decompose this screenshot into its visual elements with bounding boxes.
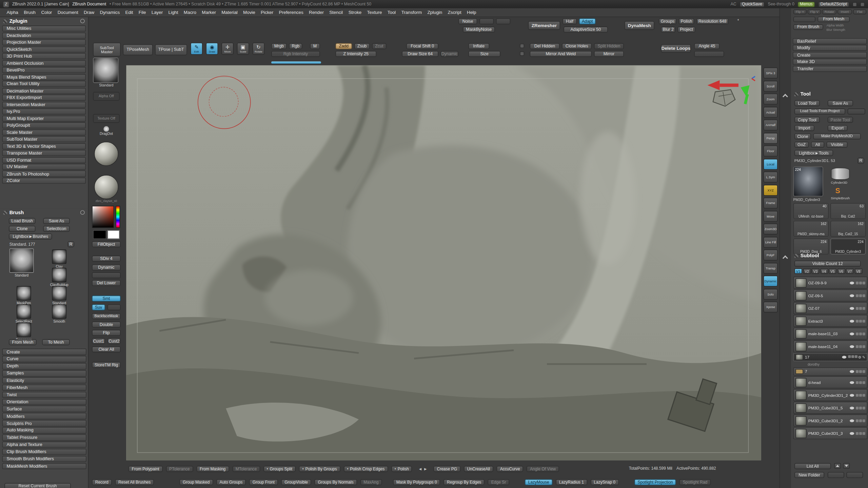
subtool-item[interactable]: 7	[793, 367, 868, 375]
menu-item[interactable]: Movie	[241, 9, 258, 16]
subtool-item[interactable]: male-base11_03	[793, 328, 868, 340]
subtool-mini-icons[interactable]	[856, 419, 865, 422]
subtool-mini-icons[interactable]	[856, 381, 865, 384]
visible-count-slider[interactable]: Visible Count 12	[794, 261, 861, 267]
tool-recent-item[interactable]: 40 UMesh_oz-base	[793, 203, 829, 219]
resolution-slider[interactable]: Resolution 648	[696, 18, 729, 24]
tpose-subt-button[interactable]: TPose | SubT	[155, 44, 187, 56]
brush-thumbnail-image[interactable]	[52, 286, 66, 300]
clone-brush-button[interactable]: Clone	[9, 226, 35, 232]
blur-slider[interactable]: Blur 2	[661, 26, 675, 33]
zplugin-item[interactable]: Text 3D & Vector Shapes	[2, 143, 86, 149]
bottom-shelf-button[interactable]: MaxAng	[360, 479, 382, 485]
zplugin-item[interactable]: 3D Print Hub	[2, 53, 86, 59]
subtool-thumbnail[interactable]	[795, 291, 807, 300]
subtool-item[interactable]: 17	[793, 353, 868, 361]
zsub-button[interactable]: Zsub	[354, 43, 370, 49]
groups-button[interactable]: Groups	[659, 18, 676, 24]
save-as-brush-button[interactable]: Save As	[43, 218, 70, 224]
rgb-intensity-slider[interactable]: Rgb Intensity	[271, 51, 320, 57]
menu-item[interactable]: Document	[55, 9, 80, 16]
collapse-tool-chevron-icon[interactable]	[783, 94, 788, 99]
new-folder-button[interactable]: New Folder	[794, 472, 824, 478]
alpha-section-row[interactable]: Transfer	[793, 66, 867, 72]
transform-tool-button[interactable]: ▣ Scale	[237, 43, 249, 55]
subtool-mini-icons[interactable]	[856, 307, 865, 309]
brush-thumbnail[interactable]: ClayBuildup	[46, 268, 72, 287]
bottom-shelf-button[interactable]: Auto Groups	[216, 479, 246, 485]
viewport-shelf-button[interactable]: XYZ	[763, 184, 777, 196]
copy-tool-button[interactable]: Copy Tool	[794, 117, 820, 123]
alpha-flip-v-button[interactable]: Flip V	[808, 9, 821, 15]
tool-r-toggle[interactable]: R	[857, 158, 864, 164]
tool-panel-header[interactable]: Tool	[791, 90, 868, 98]
quicksave-button[interactable]: QuickSave	[740, 1, 765, 7]
subtool-item[interactable]: PM3D_Cube3D1_3	[793, 427, 868, 439]
m-button[interactable]: M	[310, 43, 320, 49]
noise-edit-button[interactable]	[479, 18, 494, 24]
subtool-mini-icons[interactable]	[856, 370, 865, 373]
subtool-thumbnail[interactable]	[795, 378, 807, 387]
menu-item[interactable]: Material	[219, 9, 240, 16]
subtool-item[interactable]: PM3D_Cylinder3D1_2	[793, 389, 868, 401]
brush-section-row[interactable]: Surface	[2, 406, 86, 412]
alpha-from-mesh-button[interactable]: From Mesh	[817, 17, 850, 22]
double-button[interactable]: Double	[92, 322, 121, 328]
menu-item[interactable]: Color	[39, 9, 54, 16]
viewport-shelf-button[interactable]: Dynamic	[763, 276, 777, 287]
alpha-flip-h-button[interactable]: Flip H	[793, 9, 807, 15]
load-brush-button[interactable]: Load Brush	[9, 218, 35, 224]
eye-icon[interactable]	[850, 381, 854, 384]
brush-thumbnail-image[interactable]	[52, 304, 66, 319]
subtool-mini-icons[interactable]	[848, 355, 865, 359]
alpha-section-row[interactable]: Create	[793, 52, 867, 58]
clear-all-button[interactable]: Clear All	[92, 346, 121, 352]
viewport-shelf-button[interactable]: AAHalf	[763, 120, 777, 131]
subtool-view-tab[interactable]: V6	[837, 268, 845, 274]
load-tool-button[interactable]: Load Tool	[794, 100, 820, 106]
focal-shift-slider[interactable]: Focal Shift 0	[406, 43, 438, 49]
drag-handle-icon[interactable]	[3, 19, 7, 23]
viewport-shelf-button[interactable]: SPix 3	[763, 67, 777, 79]
brush-section-row[interactable]: Alpha and Texture	[2, 442, 86, 448]
close-holes-button[interactable]: Close Holes	[562, 43, 592, 49]
subtool-up-button[interactable]	[834, 463, 841, 469]
project-button[interactable]: Project	[677, 26, 695, 33]
folder-action-disabled[interactable]	[846, 472, 863, 478]
subtool-view-tab[interactable]: V8	[854, 268, 862, 274]
color-hue-bar[interactable]	[116, 206, 120, 228]
subtool-mini-icons[interactable]	[856, 281, 865, 284]
subtool-down-button[interactable]	[843, 463, 850, 469]
bottom-shelf-button[interactable]: Regroup By Edges	[443, 479, 485, 485]
zplugin-item[interactable]: PolyGroupIt	[2, 122, 86, 128]
loop-slider-disabled[interactable]	[694, 51, 724, 57]
eye-icon[interactable]	[842, 356, 846, 359]
subtool-view-tab[interactable]: V4	[820, 268, 828, 274]
zplugin-item[interactable]: QuickSketch	[2, 46, 86, 53]
subtool-view-tab[interactable]: V2	[803, 268, 811, 274]
tool-recent-item[interactable]: 162 Big_Cat2_15	[830, 221, 866, 237]
menu-item[interactable]: Dynamics	[98, 9, 122, 16]
draw-size-slider[interactable]: Draw Size 64	[402, 51, 438, 57]
brush-thumbnail[interactable]: SelectRect	[11, 304, 37, 323]
subtool-thumbnail[interactable]	[795, 428, 807, 438]
bottom-shelf-button[interactable]: MTolerance	[232, 466, 260, 472]
bottom-shelf-button[interactable]: GroupVisible	[281, 479, 311, 485]
menu-grip-icon[interactable]	[520, 52, 524, 56]
brush-thumbnail[interactable]: Clay	[46, 249, 72, 268]
drag-handle-icon[interactable]	[794, 254, 798, 258]
gear-icon[interactable]	[80, 210, 85, 215]
bottom-shelf-button[interactable]: Group Front	[249, 479, 278, 485]
bottom-shelf-button[interactable]: Spotlight Projection	[634, 479, 676, 485]
inflate-slider[interactable]: Inflate	[468, 43, 489, 49]
subtool-thumbnail[interactable]	[795, 416, 807, 425]
eye-icon[interactable]	[850, 320, 854, 322]
brush-thumbnail-image[interactable]	[9, 248, 34, 273]
brush-section-row[interactable]: Orientation	[2, 399, 86, 405]
brush-section-row[interactable]: MaskMesh Modifiers	[2, 463, 86, 469]
bottom-shelf-button[interactable]: Group Masked	[179, 479, 213, 485]
brush-section-row[interactable]: Twist	[2, 391, 86, 398]
list-all-button[interactable]: List All	[794, 463, 831, 469]
zadd-button[interactable]: Zadd	[335, 43, 352, 49]
subtool-item[interactable]: Extract3	[793, 315, 868, 327]
